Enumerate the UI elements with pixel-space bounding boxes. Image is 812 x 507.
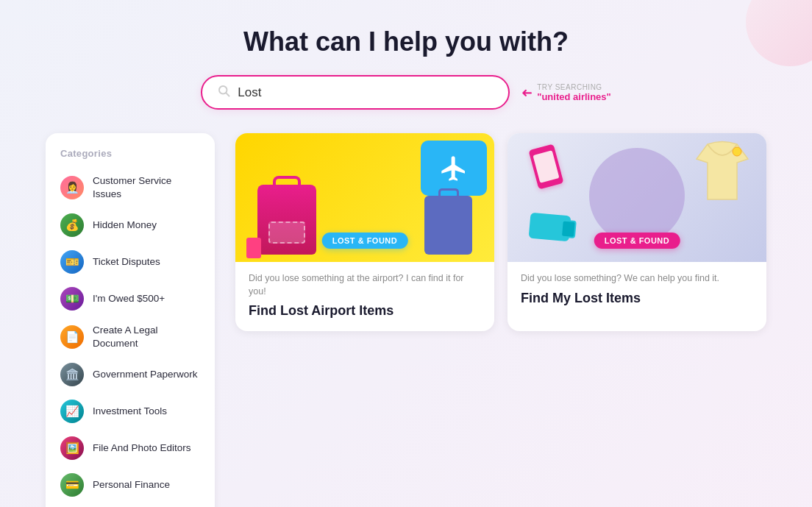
- sidebar-label-gov-paperwork: Government Paperwork: [93, 368, 198, 381]
- card-items-body: Did you lose something? We can help you …: [508, 262, 766, 319]
- page-title: What can I help you with?: [243, 26, 569, 57]
- sidebar-item-investment-tools[interactable]: 📈Investment Tools: [46, 393, 215, 430]
- airport-bag: [257, 185, 316, 255]
- sidebar-icon-file-photo: 🖼️: [60, 436, 84, 460]
- card-my-lost[interactable]: LOST & FOUND Did you lose something? We …: [508, 133, 766, 331]
- sidebar: Categories 👩‍💼Customer Service Issues💰Hi…: [46, 133, 215, 507]
- blue-suitcase: [424, 196, 472, 255]
- try-arrow-icon: ➜: [521, 85, 533, 101]
- card-items-desc: Did you lose something? We can help you …: [521, 272, 753, 286]
- sidebar-label-hidden-money: Hidden Money: [93, 219, 157, 232]
- card-airport-desc: Did you lose something at the airport? I…: [249, 272, 481, 298]
- sidebar-label-legal-document: Create A Legal Document: [93, 324, 200, 350]
- search-icon: [217, 84, 230, 101]
- sidebar-label-customer-service: Customer Service Issues: [93, 174, 200, 200]
- search-input[interactable]: [238, 85, 494, 100]
- card-items-image: LOST & FOUND: [508, 133, 766, 262]
- airport-plane-bg: [421, 141, 487, 196]
- sidebar-item-legal-document[interactable]: 📄Create A Legal Document: [46, 317, 215, 356]
- card-airport-lost[interactable]: LOST & FOUND Did you lose something at t…: [235, 133, 494, 331]
- card-airport-body: Did you lose something at the airport? I…: [235, 262, 494, 331]
- sidebar-icon-customer-service: 👩‍💼: [60, 176, 84, 199]
- sidebar-items-container: 👩‍💼Customer Service Issues💰Hidden Money🎫…: [46, 168, 215, 507]
- search-box: [201, 75, 510, 110]
- sidebar-icon-ticket-disputes: 🎫: [60, 250, 84, 274]
- bag-tag: [246, 238, 261, 258]
- sidebar-label-personal-finance: Personal Finance: [93, 478, 170, 492]
- deco-circle-tr: [746, 0, 812, 66]
- cards-area: LOST & FOUND Did you lose something at t…: [235, 133, 766, 331]
- items-circle-bg: [589, 148, 685, 244]
- card-airport-image: LOST & FOUND: [235, 133, 494, 262]
- try-searching: ➜ TRY SEARCHING "united airlines": [521, 83, 610, 102]
- sidebar-icon-investment-tools: 📈: [60, 400, 84, 423]
- card-items-title: Find My Lost Items: [521, 290, 753, 307]
- try-value: "united airlines": [537, 91, 610, 102]
- sidebar-item-ticket-disputes[interactable]: 🎫Ticket Disputes: [46, 244, 215, 280]
- sidebar-label-owed-money: I'm Owed $500+: [93, 292, 165, 305]
- lost-found-badge-blue: LOST & FOUND: [322, 233, 408, 249]
- sweater-shape: [693, 141, 752, 203]
- sidebar-icon-personal-finance: 💳: [60, 473, 84, 497]
- sidebar-icon-legal-document: 📄: [60, 325, 84, 349]
- phone-icon: [528, 143, 563, 189]
- sidebar-icon-owed-money: 💵: [60, 287, 84, 311]
- sidebar-item-personal-finance[interactable]: 💳Personal Finance: [46, 467, 215, 503]
- card-airport-title: Find Lost Airport Items: [249, 302, 481, 319]
- search-area: ➜ TRY SEARCHING "united airlines": [201, 75, 610, 110]
- sidebar-item-customer-service[interactable]: 👩‍💼Customer Service Issues: [46, 168, 215, 207]
- sidebar-item-hidden-money[interactable]: 💰Hidden Money: [46, 207, 215, 244]
- content-row: Categories 👩‍💼Customer Service Issues💰Hi…: [46, 133, 766, 507]
- sidebar-label-ticket-disputes: Ticket Disputes: [93, 255, 160, 269]
- sidebar-label-investment-tools: Investment Tools: [93, 405, 167, 418]
- bag-pocket: [268, 221, 305, 244]
- lost-found-badge-pink: LOST & FOUND: [594, 233, 680, 249]
- sidebar-item-ai-assistant[interactable]: 🤖24/7 AI Assistant: [46, 503, 215, 507]
- sidebar-icon-hidden-money: 💰: [60, 213, 84, 237]
- page-wrapper: What can I help you with? ➜ TRY SEARCHIN…: [0, 0, 812, 507]
- sidebar-icon-gov-paperwork: 🏛️: [60, 363, 84, 386]
- sidebar-item-gov-paperwork[interactable]: 🏛️Government Paperwork: [46, 356, 215, 393]
- sidebar-item-file-photo[interactable]: 🖼️File And Photo Editors: [46, 430, 215, 467]
- svg-line-1: [227, 93, 229, 96]
- sidebar-title: Categories: [46, 148, 215, 168]
- sidebar-item-owed-money[interactable]: 💵I'm Owed $500+: [46, 280, 215, 317]
- wallet-icon: [529, 213, 571, 242]
- svg-point-2: [733, 147, 741, 156]
- try-label: TRY SEARCHING: [537, 83, 610, 91]
- sidebar-label-file-photo: File And Photo Editors: [93, 442, 191, 455]
